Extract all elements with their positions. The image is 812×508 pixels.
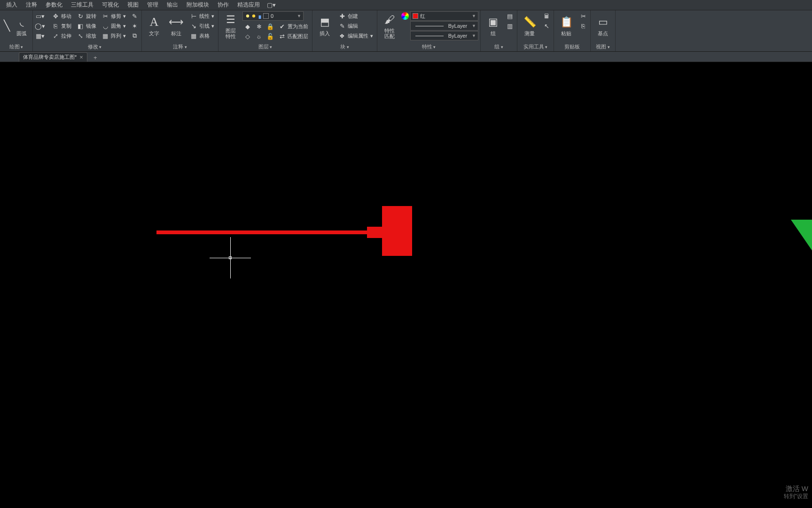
cut-button[interactable]: ✂ bbox=[578, 11, 588, 21]
color-name: 红 bbox=[420, 13, 425, 20]
copy-button[interactable]: ⎘复制 bbox=[50, 21, 73, 31]
match-props-icon: 🖌 bbox=[384, 13, 395, 27]
group-icon: ▣ bbox=[488, 15, 498, 29]
menu-3dtools[interactable]: 三维工具 bbox=[67, 0, 98, 10]
menu-output[interactable]: 输出 bbox=[163, 0, 182, 10]
menu-addins[interactable]: 附加模块 bbox=[182, 0, 213, 10]
circle-button[interactable]: ◯▾ bbox=[35, 21, 45, 31]
camera-icon[interactable]: ▢▾ bbox=[267, 1, 276, 8]
layer-unlock-button[interactable]: 🔓 bbox=[265, 32, 275, 41]
drawing-red-block-big bbox=[382, 206, 412, 256]
basepoint-button[interactable]: ▭ 基点 bbox=[593, 11, 613, 40]
trim-button[interactable]: ✂修剪 ▾ bbox=[100, 11, 128, 21]
trim-icon: ✂ bbox=[102, 13, 109, 20]
block-editattr-button[interactable]: ❖编辑属性 ▾ bbox=[336, 31, 375, 40]
bulb-icon bbox=[245, 13, 250, 19]
ribbon: ╲ ◟ 圆弧 绘图 ▭▾ ◯▾ ▦▾ ✥移动 ⎘复制 ⤢拉伸 bbox=[0, 10, 812, 52]
move-icon: ✥ bbox=[52, 13, 59, 20]
menu-collab[interactable]: 协作 bbox=[213, 0, 233, 10]
panel-modify-title[interactable]: 修改 bbox=[50, 43, 140, 51]
drawing-green-triangle bbox=[791, 220, 812, 257]
explode-button[interactable]: ✶ bbox=[129, 21, 140, 31]
menu-bar: 插入 注释 参数化 三维工具 可视化 视图 管理 输出 附加模块 协作 精选应用… bbox=[0, 0, 812, 10]
measure-button[interactable]: 📏 测量 bbox=[519, 11, 540, 40]
layer-freeze-button[interactable]: ❄ bbox=[254, 22, 264, 31]
color-wheel-button[interactable] bbox=[401, 12, 409, 20]
linetype-dropdown[interactable]: ByLayer ▼ bbox=[410, 31, 478, 40]
erase-button[interactable]: ✎ bbox=[129, 11, 140, 21]
array-button[interactable]: ▦阵列 ▾ bbox=[100, 31, 128, 40]
match-layer-button[interactable]: ⇄匹配图层 bbox=[276, 32, 310, 41]
panel-properties-title[interactable]: 特性 bbox=[379, 43, 478, 51]
copy-clip-button[interactable]: ⎘ bbox=[578, 21, 588, 31]
layers-icon: ☰ bbox=[226, 13, 235, 27]
layer-off-button[interactable]: ◇ bbox=[242, 32, 253, 41]
menu-annotate[interactable]: 注释 bbox=[22, 0, 41, 10]
menu-visualize[interactable]: 可视化 bbox=[98, 0, 123, 10]
drawing-red-line bbox=[156, 230, 367, 234]
menu-manage[interactable]: 管理 bbox=[143, 0, 163, 10]
linear-button[interactable]: ⊢线性 ▾ bbox=[188, 11, 216, 21]
panel-block-title[interactable]: 块 bbox=[314, 43, 375, 51]
array-icon: ▦ bbox=[102, 32, 109, 40]
menu-insert[interactable]: 插入 bbox=[2, 0, 22, 10]
panel-annotation: A 文字 ⟷ 标注 ⊢线性 ▾ ↘引线 ▾ ▦表格 注释 bbox=[142, 10, 219, 51]
menu-featured[interactable]: 精选应用 bbox=[233, 0, 264, 10]
scale-button[interactable]: ⤡缩放 bbox=[75, 31, 98, 40]
group-edit-button[interactable]: ▥ bbox=[505, 21, 515, 31]
new-tab-button[interactable]: + bbox=[91, 53, 100, 62]
panel-clipboard-title: 剪贴板 bbox=[556, 43, 588, 51]
match-properties-button[interactable]: 🖌 特性 匹配 bbox=[379, 11, 400, 40]
paste-button[interactable]: 📋 粘贴 bbox=[556, 11, 577, 40]
block-create-button[interactable]: ✚创建 bbox=[336, 11, 375, 21]
panel-utilities-title[interactable]: 实用工具 bbox=[519, 43, 552, 51]
rectangle-button[interactable]: ▭▾ bbox=[35, 11, 45, 21]
panel-draw-title[interactable]: 绘图 bbox=[2, 43, 31, 51]
fillet-icon: ◡ bbox=[102, 23, 109, 30]
layer-thaw-button[interactable]: ☼ bbox=[254, 32, 264, 41]
document-tab[interactable]: 体育品牌专卖店施工图* × bbox=[19, 52, 87, 62]
offset-button[interactable]: ⧉ bbox=[129, 31, 140, 40]
close-icon[interactable]: × bbox=[79, 54, 83, 61]
group-button[interactable]: ▣ 组 bbox=[483, 11, 503, 40]
menu-view[interactable]: 视图 bbox=[123, 0, 143, 10]
stretch-button[interactable]: ⤢拉伸 bbox=[50, 31, 73, 40]
move-button[interactable]: ✥移动 bbox=[50, 11, 73, 21]
fillet-button[interactable]: ◡圆角 ▾ bbox=[100, 21, 128, 31]
leader-button[interactable]: ↘引线 ▾ bbox=[188, 21, 216, 31]
layer-state-icons bbox=[245, 13, 269, 19]
layer-iso-button[interactable]: ◆ bbox=[242, 22, 253, 31]
layer-lock-button[interactable]: 🔒 bbox=[265, 22, 275, 31]
menu-parametric[interactable]: 参数化 bbox=[41, 0, 67, 10]
panel-clipboard: 📋 粘贴 ✂ ⎘ 剪贴板 bbox=[554, 10, 591, 51]
mirror-button[interactable]: ◧镜像 bbox=[75, 21, 98, 31]
panel-layer-title[interactable]: 图层 bbox=[220, 43, 310, 51]
dimension-icon: ⟷ bbox=[169, 15, 184, 29]
calc-button[interactable]: 🖩 bbox=[541, 11, 552, 21]
dimension-button[interactable]: ⟷ 标注 bbox=[166, 11, 187, 40]
ungroup-button[interactable]: ▤ bbox=[505, 11, 515, 21]
panel-view-title[interactable]: 视图 bbox=[593, 43, 613, 51]
copy-icon: ⎘ bbox=[52, 23, 59, 30]
select-button[interactable]: ↖ bbox=[541, 21, 552, 31]
activation-watermark: 激活 W 转到"设置 bbox=[784, 484, 808, 500]
block-edit-button[interactable]: ✎编辑 bbox=[336, 21, 375, 31]
line-button[interactable]: ╲ bbox=[2, 11, 11, 40]
layer-properties-button[interactable]: ☰ 图层 特性 bbox=[220, 11, 241, 40]
panel-group: ▣ 组 ▤ ▥ 组 bbox=[481, 10, 517, 51]
table-button[interactable]: ▦表格 bbox=[188, 31, 216, 40]
panel-group-title[interactable]: 组 bbox=[483, 43, 515, 51]
rotate-button[interactable]: ↻旋转 bbox=[75, 11, 98, 21]
document-tab-bar: 体育品牌专卖店施工图* × + bbox=[0, 52, 812, 62]
color-dropdown[interactable]: 红 ▼ bbox=[410, 11, 478, 21]
drawing-canvas[interactable]: 激活 W 转到"设置 bbox=[0, 62, 812, 508]
arc-button[interactable]: ◟ 圆弧 bbox=[13, 11, 31, 40]
panel-annotation-title[interactable]: 注释 bbox=[144, 43, 216, 51]
hatch-button[interactable]: ▦▾ bbox=[35, 31, 45, 40]
text-button[interactable]: A 文字 bbox=[144, 11, 164, 40]
panel-draw: ╲ ◟ 圆弧 绘图 bbox=[0, 10, 33, 51]
lineweight-dropdown[interactable]: ByLayer ▼ bbox=[410, 21, 478, 31]
make-current-button[interactable]: ✔置为当前 bbox=[276, 22, 310, 31]
insert-block-button[interactable]: ⬒ 插入 bbox=[314, 11, 335, 40]
layer-dropdown[interactable]: 0 ▼ bbox=[242, 11, 304, 21]
